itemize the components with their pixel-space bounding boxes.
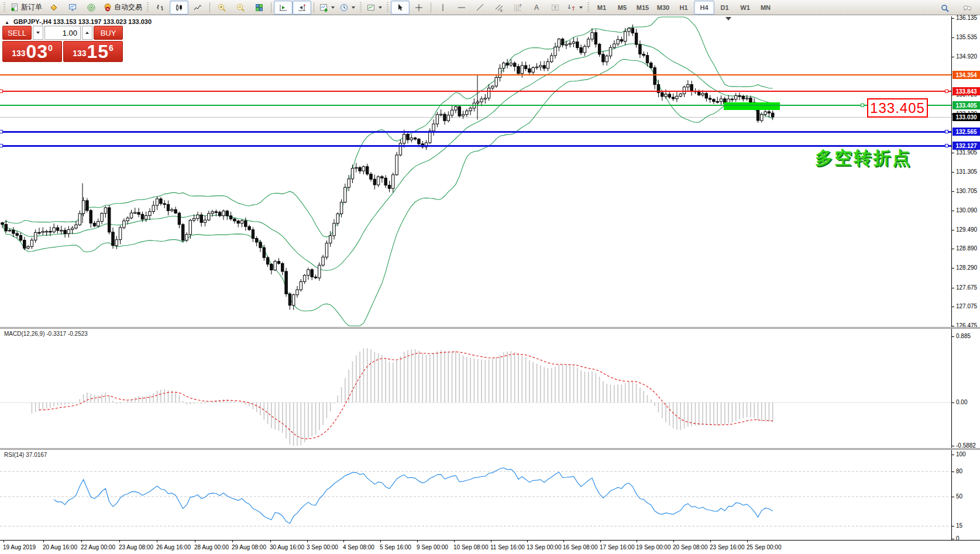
rsi-canvas[interactable] bbox=[0, 450, 951, 540]
toolbar-grip[interactable] bbox=[387, 2, 388, 13]
candle bbox=[178, 213, 180, 225]
candle bbox=[45, 231, 47, 232]
candlestick-button[interactable] bbox=[170, 1, 188, 15]
price-chart-canvas[interactable] bbox=[0, 16, 951, 327]
timeframe-button-m15[interactable]: M15 bbox=[632, 1, 653, 15]
svg-text:A: A bbox=[534, 4, 539, 12]
rsi-splitter[interactable] bbox=[0, 448, 980, 450]
channel-button[interactable]: E bbox=[490, 1, 508, 15]
line-anchor-marker[interactable] bbox=[0, 144, 3, 147]
date-tick bbox=[600, 541, 601, 542]
date-axis-label: 29 Aug 08:00 bbox=[232, 544, 266, 550]
auto-scroll-button[interactable] bbox=[274, 1, 293, 15]
line-chart-button[interactable] bbox=[188, 1, 207, 15]
line-chart-icon bbox=[193, 3, 202, 12]
date-tick bbox=[491, 541, 491, 542]
candle bbox=[16, 233, 18, 235]
toolbar-grip[interactable] bbox=[587, 2, 589, 13]
level-callout-box[interactable]: 133.405 bbox=[867, 98, 928, 118]
buy-button[interactable]: BUY bbox=[94, 26, 123, 40]
candle bbox=[654, 68, 656, 85]
toolbar-grip[interactable] bbox=[147, 2, 149, 13]
svg-text:T: T bbox=[554, 5, 557, 11]
autotrading-button-label: 自动交易 bbox=[114, 2, 142, 12]
market-watch-button[interactable] bbox=[63, 1, 82, 15]
timeframe-button-m30[interactable]: M30 bbox=[653, 1, 673, 15]
fibonacci-button[interactable]: F bbox=[508, 1, 527, 15]
candle bbox=[749, 98, 752, 102]
horizontal-line-button[interactable] bbox=[452, 1, 471, 15]
candle bbox=[145, 215, 147, 219]
horizontal-level-line-132.127[interactable] bbox=[0, 145, 951, 147]
candle bbox=[200, 215, 202, 222]
volume-input[interactable]: 1.00 bbox=[44, 26, 81, 40]
strategy-tester-button[interactable] bbox=[82, 1, 101, 15]
trendline-button[interactable] bbox=[471, 1, 490, 15]
new-order-button[interactable]: 新订单 bbox=[8, 1, 44, 15]
templates-button[interactable] bbox=[364, 1, 384, 15]
search-button[interactable] bbox=[936, 1, 954, 15]
timeframe-button-h4[interactable]: H4 bbox=[694, 1, 714, 15]
crosshair-button[interactable] bbox=[410, 1, 428, 15]
timeframe-button-mn[interactable]: MN bbox=[755, 1, 776, 15]
line-anchor-marker[interactable] bbox=[945, 144, 948, 147]
timeframe-button-w1[interactable]: W1 bbox=[735, 1, 755, 15]
macd-signal-line bbox=[39, 352, 773, 439]
support-zone-rectangle[interactable] bbox=[724, 102, 780, 110]
timeframe-button-d1[interactable]: D1 bbox=[714, 1, 735, 15]
bid-price-display[interactable]: 133 03 0 bbox=[2, 41, 62, 62]
toolbar-right bbox=[936, 1, 976, 15]
text-button[interactable]: A bbox=[527, 1, 546, 15]
indicators-button[interactable] bbox=[317, 1, 337, 15]
rsi-tick-label: 80 bbox=[956, 468, 962, 474]
autotrading-button[interactable]: 自动交易 bbox=[101, 1, 145, 15]
line-anchor-marker[interactable] bbox=[945, 90, 948, 93]
toolbar-grip[interactable] bbox=[360, 2, 362, 13]
zoom-out-button[interactable] bbox=[231, 1, 250, 15]
caret-down-icon bbox=[36, 32, 40, 34]
volume-increase-button[interactable] bbox=[82, 26, 92, 40]
bar-chart-button[interactable] bbox=[151, 1, 170, 15]
volume-decrease-button[interactable] bbox=[33, 26, 43, 40]
zoom-in-button[interactable] bbox=[212, 1, 231, 15]
horizontal-level-line-133.405[interactable] bbox=[0, 105, 951, 106]
horizontal-level-line-133.843[interactable] bbox=[0, 91, 951, 92]
date-tick bbox=[270, 541, 271, 542]
trendline-icon bbox=[476, 3, 485, 12]
toolbar-grip[interactable] bbox=[4, 2, 5, 13]
community-button[interactable] bbox=[958, 1, 976, 15]
horizontal-level-line-134.354[interactable] bbox=[0, 74, 951, 75]
candle bbox=[487, 88, 490, 98]
label-button[interactable]: T bbox=[546, 1, 565, 15]
sell-button[interactable]: SELL bbox=[2, 26, 32, 40]
tile-windows-button[interactable] bbox=[250, 1, 269, 15]
chart-shift-button[interactable] bbox=[293, 1, 311, 15]
navigator-button[interactable] bbox=[44, 1, 63, 15]
horizontal-level-line-132.565[interactable] bbox=[0, 131, 951, 133]
macd-canvas[interactable] bbox=[0, 329, 951, 448]
timeframe-button-m1[interactable]: M1 bbox=[592, 1, 612, 15]
candle bbox=[19, 236, 22, 240]
date-tick bbox=[307, 541, 308, 542]
line-anchor-marker[interactable] bbox=[0, 130, 3, 133]
line-anchor-marker[interactable] bbox=[945, 130, 948, 133]
chart-header: ▲ GBPJPY-,H4 133.153 133.197 133.023 133… bbox=[5, 18, 152, 25]
candle bbox=[407, 135, 409, 140]
ask-price-display[interactable]: 133 15 6 bbox=[63, 41, 123, 62]
turning-point-annotation[interactable]: 多空转折点 bbox=[815, 146, 912, 170]
timeframe-button-h1[interactable]: H1 bbox=[673, 1, 694, 15]
shapes-button[interactable] bbox=[565, 1, 585, 15]
price-scale-border bbox=[951, 16, 952, 540]
timeframe-button-m5[interactable]: M5 bbox=[612, 1, 632, 15]
cursor-button[interactable] bbox=[391, 1, 410, 15]
date-axis-label: 30 Aug 16:00 bbox=[270, 544, 304, 550]
candle bbox=[451, 110, 453, 115]
macd-splitter[interactable] bbox=[0, 327, 980, 329]
collapse-icon[interactable]: ▲ bbox=[5, 20, 9, 25]
line-anchor-marker[interactable] bbox=[0, 90, 3, 93]
candle bbox=[491, 86, 494, 88]
rsi-tick-label: 0 bbox=[956, 535, 960, 542]
line-anchor-marker[interactable] bbox=[861, 104, 864, 107]
vertical-line-button[interactable] bbox=[434, 1, 452, 15]
periods-button[interactable] bbox=[337, 1, 357, 15]
